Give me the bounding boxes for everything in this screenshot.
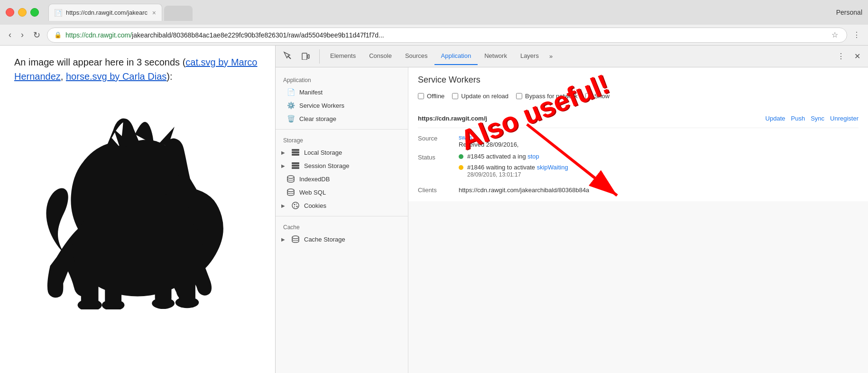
sidebar-item-web-sql[interactable]: Web SQL xyxy=(276,186,408,199)
show-input[interactable] xyxy=(585,93,591,99)
svg-point-3 xyxy=(114,140,179,201)
offline-checkbox-input[interactable] xyxy=(418,93,424,99)
bypass-network-label: Bypass for network xyxy=(525,93,578,100)
offline-checkbox[interactable]: Offline xyxy=(418,93,444,100)
forward-button[interactable]: › xyxy=(18,28,27,42)
sidebar-item-service-workers[interactable]: ⚙️ Service Workers xyxy=(276,99,408,112)
bypass-network-input[interactable] xyxy=(516,93,522,99)
sw-stop-link[interactable]: stop xyxy=(527,153,539,160)
cookies-icon xyxy=(292,202,299,209)
url-bar[interactable]: 🔒 https://cdn.rawgit.com/jakearchibald/8… xyxy=(47,28,847,43)
sidebar-item-cache-storage[interactable]: ▶ Cache Storage xyxy=(276,233,408,246)
svg-point-25 xyxy=(287,189,294,192)
session-storage-icon xyxy=(292,162,299,169)
sw-js-link[interactable]: sw.js xyxy=(459,134,472,141)
clients-value: https://cdn.rawgit.com/jakearchibald/803… xyxy=(459,186,589,194)
device-toolbar-button[interactable] xyxy=(297,49,314,64)
sw-entry-row: https://cdn.rawgit.com/j Update Push Syn… xyxy=(418,109,859,128)
clients-row: Clients https://cdn.rawgit.com/jakearchi… xyxy=(418,186,859,194)
minimize-button[interactable] xyxy=(18,8,27,17)
devtools-icons xyxy=(279,49,320,64)
status-value: #1845 activated a ing stop #1846 waiting… xyxy=(459,153,859,182)
tab-network[interactable]: Network xyxy=(478,47,514,65)
status-entry-2: #1846 waiting to activate skipWaiting 28… xyxy=(459,164,859,178)
tab-title: https://cdn.rawgit.com/jakearc xyxy=(66,9,148,16)
sidebar-service-workers-label: Service Workers xyxy=(299,102,344,109)
svg-point-31 xyxy=(292,236,299,239)
session-storage-arrow: ▶ xyxy=(281,163,285,168)
status-text-2: #1846 waiting to activate xyxy=(467,164,537,171)
status-label: Status xyxy=(418,153,451,161)
tab-application[interactable]: Application xyxy=(434,47,478,65)
sw-update-link[interactable]: Update xyxy=(766,115,785,122)
sw-source-row: Source sw.js Received 28/09/2016, xyxy=(418,134,859,148)
main-area: An image will appear here in 3 seconds (… xyxy=(0,46,868,373)
address-bar: ‹ › ↻ 🔒 https://cdn.rawgit.com/jakearchi… xyxy=(0,25,868,46)
sw-status-row: Status #1845 activated a ing stop xyxy=(418,153,859,182)
status-entry-1: #1845 activated a ing stop xyxy=(459,153,859,160)
profile-label: Personal xyxy=(836,9,862,16)
tab-sources[interactable]: Sources xyxy=(398,47,434,65)
sw-push-link[interactable]: Push xyxy=(791,115,805,122)
panel-title: Service Workers xyxy=(418,75,859,85)
devtools-actions: ⋮ ✕ xyxy=(833,50,864,63)
svg-point-26 xyxy=(292,202,299,209)
sw-url-text: https://cdn.rawgit.com/j xyxy=(418,115,487,122)
update-on-reload-checkbox[interactable]: Update on reload xyxy=(452,93,508,100)
sidebar-item-cookies[interactable]: ▶ Cookies xyxy=(276,199,408,212)
devtools-close-button[interactable]: ✕ xyxy=(850,50,864,63)
active-tab[interactable]: 📄 https://cdn.rawgit.com/jakearc × xyxy=(48,4,162,21)
tab-console[interactable]: Console xyxy=(362,47,398,65)
indexeddb-icon xyxy=(287,175,295,183)
cookies-arrow: ▶ xyxy=(281,203,285,208)
sw-unregister-link[interactable]: Unregister xyxy=(830,115,859,122)
sw-skipwaiting-link[interactable]: skipWaiting xyxy=(537,164,568,171)
sidebar-web-sql-label: Web SQL xyxy=(299,189,326,196)
chrome-menu-icon[interactable]: ⋮ xyxy=(851,28,862,41)
inspect-element-button[interactable] xyxy=(279,49,295,64)
intro-end: ): xyxy=(166,71,172,82)
sidebar-local-storage-label: Local Storage xyxy=(304,149,342,156)
cat-image xyxy=(14,91,261,319)
comma: , xyxy=(61,71,66,82)
bookmark-icon[interactable]: ☆ xyxy=(830,28,840,41)
source-value: sw.js Received 28/09/2016, xyxy=(459,134,859,148)
sidebar-item-manifest[interactable]: 📄 Manifest xyxy=(276,85,408,99)
sidebar-section-application: Application xyxy=(276,73,408,85)
status-text-1: #1845 activated a xyxy=(467,153,516,160)
tab-more[interactable]: » xyxy=(545,48,556,65)
sidebar-item-clear-storage[interactable]: 🗑️ Clear storage xyxy=(276,112,408,125)
close-button[interactable] xyxy=(6,8,14,17)
svg-rect-21 xyxy=(292,162,299,164)
bypass-network-checkbox[interactable]: Bypass for network xyxy=(516,93,578,100)
sidebar-item-session-storage[interactable]: ▶ Session Storage xyxy=(276,159,408,172)
reload-button[interactable]: ↻ xyxy=(30,28,43,42)
horse-link[interactable]: horse.svg by Carla Dias xyxy=(66,71,166,82)
tab-layers[interactable]: Layers xyxy=(514,47,545,65)
sidebar-divider-1 xyxy=(276,129,408,130)
show-checkbox[interactable]: Show xyxy=(585,93,610,100)
traffic-lights xyxy=(6,8,39,17)
lock-icon: 🔒 xyxy=(54,31,62,38)
update-on-reload-input[interactable] xyxy=(452,93,458,99)
svg-line-15 xyxy=(288,56,291,59)
tab-elements[interactable]: Elements xyxy=(323,47,362,65)
svg-point-28 xyxy=(296,204,297,205)
status-sub-date: 28/09/2016, 13:01:17 xyxy=(467,171,521,178)
svg-point-14 xyxy=(175,297,199,308)
svg-point-24 xyxy=(287,176,294,178)
sidebar-clear-storage-label: Clear storage xyxy=(299,115,336,122)
manifest-icon: 📄 xyxy=(287,88,295,96)
devtools-panel: Service Workers Offline Update on reload xyxy=(408,67,868,201)
devtools-menu-button[interactable]: ⋮ xyxy=(833,50,849,63)
source-label: Source xyxy=(418,134,451,142)
new-tab-placeholder xyxy=(164,6,193,21)
sidebar-item-indexeddb[interactable]: IndexedDB xyxy=(276,172,408,186)
update-on-reload-label: Update on reload xyxy=(461,93,508,100)
sw-sync-link[interactable]: Sync xyxy=(811,115,824,122)
back-button[interactable]: ‹ xyxy=(6,28,14,42)
tab-close-button[interactable]: × xyxy=(152,9,156,17)
devtools-toolbar: Elements Console Sources Application Net… xyxy=(276,46,868,67)
maximize-button[interactable] xyxy=(30,8,39,17)
sidebar-item-local-storage[interactable]: ▶ Local Storage xyxy=(276,146,408,159)
